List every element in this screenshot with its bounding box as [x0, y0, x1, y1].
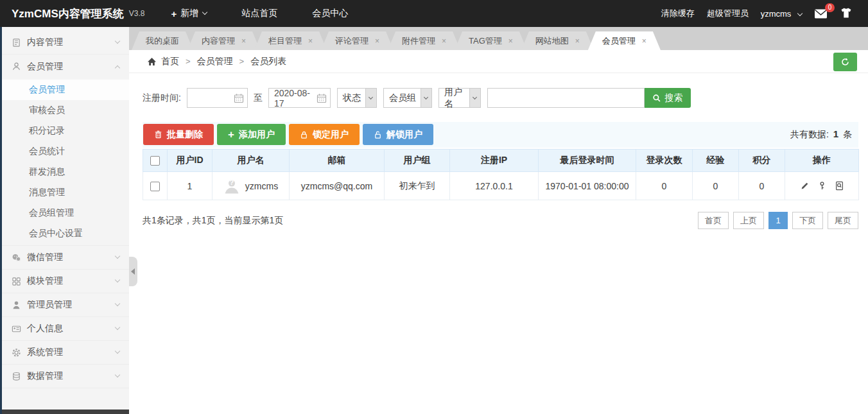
theme-button[interactable] — [840, 8, 853, 20]
keyword-input[interactable] — [487, 88, 645, 108]
breadcrumb-separator: > — [239, 56, 245, 66]
total-count-text: 共有数据: 1 条 — [790, 128, 852, 141]
tab-tag-mgmt[interactable]: TAG管理 × — [455, 31, 527, 50]
role-label: 超级管理员 — [707, 8, 749, 19]
messages-button[interactable]: 0 — [814, 9, 828, 19]
view-detail-icon[interactable] — [835, 181, 844, 191]
tab-my-desktop[interactable]: 我的桌面 — [132, 31, 193, 50]
submenu-label: 群发消息 — [29, 166, 65, 178]
points-cell: 0 — [739, 172, 785, 200]
close-icon[interactable]: × — [575, 37, 580, 46]
breadcrumb-home[interactable]: 首页 — [161, 56, 179, 67]
chevron-down-icon — [473, 95, 477, 99]
edit-icon[interactable] — [800, 181, 810, 191]
status-select[interactable]: 状态 — [337, 88, 377, 108]
sidebar-item-member-stats[interactable]: 会员统计 — [0, 141, 129, 162]
total-count: 1 — [833, 128, 838, 139]
menu-add[interactable]: + 新增 — [153, 0, 224, 27]
calendar-icon[interactable] — [317, 93, 327, 105]
tab-attachment-mgmt[interactable]: 附件管理 × — [388, 31, 460, 50]
sidebar-item-content-mgmt[interactable]: 内容管理 — [0, 31, 129, 55]
top-menu: + 新增 站点首页 会员中心 — [153, 0, 365, 27]
sidebar-item-system-mgmt[interactable]: 系统管理 — [0, 341, 129, 365]
tab-comment-mgmt[interactable]: 评论管理 × — [321, 31, 394, 50]
tab-label: 附件管理 — [402, 35, 435, 47]
date-to-value: 2020-08-17 — [274, 88, 314, 108]
plus-icon: + — [171, 8, 177, 19]
sidebar-item-profile[interactable]: 个人信息 — [0, 317, 129, 341]
chevron-down-icon — [115, 325, 120, 330]
tab-category-mgmt[interactable]: 栏目管理 × — [254, 31, 327, 50]
page-next-button[interactable]: 下页 — [792, 212, 823, 229]
close-icon[interactable]: × — [241, 37, 246, 46]
page-1-button[interactable]: 1 — [768, 212, 788, 229]
sidebar-collapse-handle[interactable] — [129, 257, 137, 286]
to-label: 至 — [254, 92, 263, 104]
sidebar-item-member-center-settings[interactable]: 会员中心设置 — [0, 223, 129, 244]
close-icon[interactable]: × — [375, 37, 379, 46]
lock-user-button[interactable]: 锁定用户 — [289, 124, 360, 145]
search-button[interactable]: 搜索 — [645, 88, 691, 108]
email-cell: yzmcms@qq.com — [290, 172, 385, 200]
page-first-button[interactable]: 首页 — [698, 212, 729, 229]
sidebar-item-member-audit[interactable]: 审核会员 — [0, 100, 129, 121]
menu-member-center[interactable]: 会员中心 — [295, 0, 365, 27]
password-key-icon[interactable] — [817, 181, 827, 191]
breadcrumb-member-mgmt[interactable]: 会员管理 — [197, 56, 233, 67]
status-select-value: 状态 — [338, 92, 365, 104]
calendar-icon[interactable] — [234, 93, 244, 105]
page-prev-button[interactable]: 上页 — [733, 212, 764, 229]
member-group-select[interactable]: 会员组 — [383, 88, 432, 108]
sidebar-item-member-mgmt[interactable]: 会员管理 — [0, 55, 129, 78]
sidebar-item-mass-message[interactable]: 群发消息 — [0, 162, 129, 182]
tab-sitemap[interactable]: 网站地图 × — [521, 31, 594, 50]
total-unit: 条 — [843, 129, 852, 139]
tab-content-mgmt[interactable]: 内容管理 × — [187, 31, 260, 50]
id-card-icon — [11, 323, 21, 334]
col-points: 积分 — [739, 150, 785, 172]
gear-icon — [11, 347, 21, 358]
refresh-button[interactable] — [833, 53, 857, 71]
tab-label: TAG管理 — [469, 35, 502, 47]
user-group-cell: 初来乍到 — [385, 172, 450, 200]
tab-member-mgmt[interactable]: 会员管理 × — [588, 31, 661, 50]
close-icon[interactable]: × — [642, 37, 647, 46]
sidebar-item-data-mgmt[interactable]: 数据管理 — [0, 365, 129, 388]
sidebar-item-member-list[interactable]: 会员管理 — [0, 80, 129, 100]
sidebar: 内容管理 会员管理 会员管理 审核会员 积分记录 会员统计 群发消息 消息管理 … — [0, 27, 129, 414]
chevron-down-icon — [115, 254, 120, 259]
table-row: 1 ? yzmcms yzmcms@qq.com 初来乍到 — [143, 172, 859, 200]
search-button-label: 搜索 — [664, 92, 682, 104]
sidebar-item-points-log[interactable]: 积分记录 — [0, 121, 129, 141]
add-user-button[interactable]: + 添加用户 — [217, 124, 286, 145]
sidebar-item-wechat-mgmt[interactable]: 微信管理 — [0, 246, 129, 270]
close-icon[interactable]: × — [442, 37, 446, 46]
breadcrumb-member-list: 会员列表 — [250, 56, 286, 67]
sidebar-item-label: 个人信息 — [27, 323, 63, 334]
col-username: 用户名 — [213, 150, 290, 172]
avatar-question-glyph: ? — [223, 178, 240, 186]
unlock-user-button[interactable]: 解锁用户 — [363, 124, 433, 145]
close-icon[interactable]: × — [508, 37, 513, 46]
close-icon[interactable]: × — [308, 37, 313, 46]
clear-cache-link[interactable]: 清除缓存 — [661, 8, 695, 19]
menu-site-home[interactable]: 站点首页 — [224, 0, 295, 27]
row-checkbox[interactable] — [150, 182, 160, 191]
unlock-icon — [374, 130, 382, 139]
date-to-input[interactable]: 2020-08-17 — [268, 88, 331, 108]
sidebar-item-module-mgmt[interactable]: 模块管理 — [0, 270, 129, 293]
select-all-checkbox[interactable] — [150, 156, 160, 166]
page-last-button[interactable]: 尾页 — [828, 212, 858, 229]
username-field-select[interactable]: 用户名 — [438, 88, 481, 108]
document-icon — [11, 37, 21, 47]
batch-delete-button[interactable]: 批量删除 — [143, 124, 214, 145]
chevron-up-icon — [115, 65, 120, 70]
sidebar-item-admin-mgmt[interactable]: 管理员管理 — [0, 293, 129, 317]
sidebar-item-message-mgmt[interactable]: 消息管理 — [0, 182, 129, 203]
add-user-label: 添加用户 — [239, 129, 275, 141]
user-menu[interactable]: yzmcms — [761, 9, 802, 19]
unlock-user-label: 解锁用户 — [386, 129, 422, 141]
date-from-input[interactable] — [187, 88, 248, 108]
tab-label: 我的桌面 — [146, 35, 179, 47]
sidebar-item-member-group[interactable]: 会员组管理 — [0, 203, 129, 223]
